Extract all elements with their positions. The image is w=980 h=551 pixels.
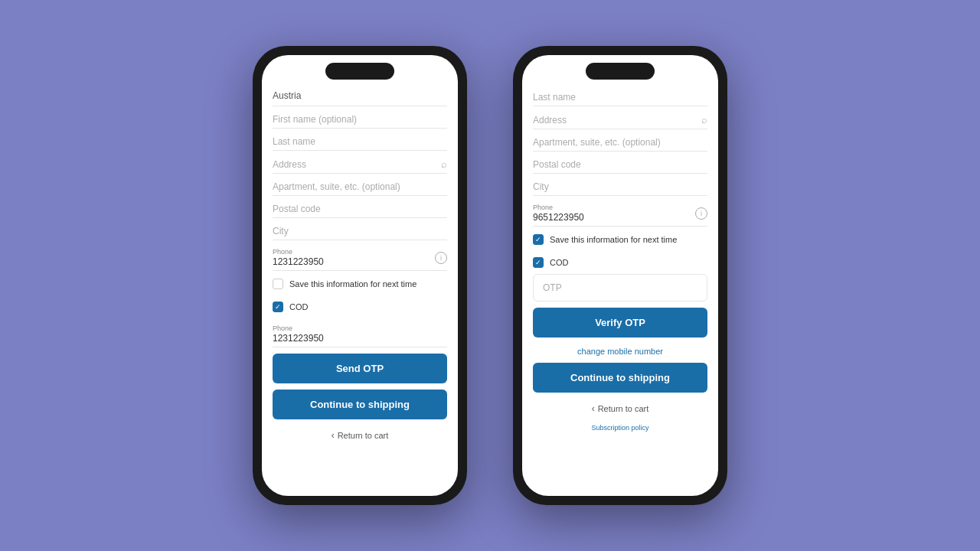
address-placeholder-2: Address <box>533 115 567 126</box>
save-info-label-2: Save this information for next time <box>550 235 677 244</box>
cod-label-2: COD <box>550 258 568 267</box>
country-label: Austria <box>273 86 447 106</box>
postal-code-field-2[interactable]: Postal code <box>533 153 707 174</box>
phone-2-screen: Last name Address ⌕ Apartment, suite, et… <box>522 55 718 496</box>
subscription-policy-link[interactable]: Subscription policy <box>533 421 707 435</box>
dynamic-island-1 <box>325 63 394 80</box>
cod-row[interactable]: COD <box>273 295 447 318</box>
last-name-field[interactable]: Last name <box>273 130 447 151</box>
apartment-field[interactable]: Apartment, suite, etc. (optional) <box>273 175 447 196</box>
save-info-row-2[interactable]: Save this information for next time <box>533 228 707 251</box>
first-name-placeholder: First name (optional) <box>273 114 447 125</box>
address-field-2[interactable]: Address ⌕ <box>533 108 707 129</box>
apartment-placeholder-2: Apartment, suite, etc. (optional) <box>533 137 707 148</box>
last-name-placeholder-2: Last name <box>533 92 707 103</box>
apartment-placeholder: Apartment, suite, etc. (optional) <box>273 181 447 192</box>
continue-shipping-button-1[interactable]: Continue to shipping <box>273 390 447 419</box>
city-placeholder-2: City <box>533 181 707 192</box>
chevron-left-icon-2: ‹ <box>592 403 595 414</box>
cod-label: COD <box>289 302 308 311</box>
cod-phone-label: Phone <box>273 324 447 332</box>
save-info-label: Save this information for next time <box>289 279 416 289</box>
return-to-cart-link-1[interactable]: ‹ Return to cart <box>273 425 447 445</box>
address-field[interactable]: Address ⌕ <box>273 152 447 174</box>
verify-otp-button[interactable]: Verify OTP <box>533 308 707 337</box>
last-name-field-2[interactable]: Last name <box>533 86 707 106</box>
phone-1-screen: Austria First name (optional) Last name … <box>262 55 458 496</box>
phone-label-2: Phone <box>533 204 584 211</box>
phone-2: Last name Address ⌕ Apartment, suite, et… <box>513 46 727 505</box>
otp-field[interactable]: OTP <box>533 274 707 302</box>
continue-shipping-button-2[interactable]: Continue to shipping <box>533 363 707 393</box>
postal-code-placeholder-2: Postal code <box>533 159 707 170</box>
cod-row-2[interactable]: COD <box>533 251 707 274</box>
city-placeholder: City <box>273 226 447 236</box>
save-info-checkbox-2[interactable] <box>533 234 544 245</box>
phone-2-content: Last name Address ⌕ Apartment, suite, et… <box>522 55 718 496</box>
address-placeholder: Address <box>273 159 306 170</box>
apartment-field-2[interactable]: Apartment, suite, etc. (optional) <box>533 131 707 152</box>
return-to-cart-link-2[interactable]: ‹ Return to cart <box>533 399 707 419</box>
postal-code-field[interactable]: Postal code <box>273 197 447 218</box>
phone-value-2: 9651223950 <box>533 212 584 223</box>
save-info-checkbox[interactable] <box>273 279 283 289</box>
last-name-placeholder: Last name <box>273 136 447 147</box>
chevron-left-icon-1: ‹ <box>332 430 335 441</box>
cod-phone-value: 1231223950 <box>273 333 447 344</box>
phone-field-2[interactable]: Phone 9651223950 i <box>533 197 707 227</box>
change-mobile-link[interactable]: change mobile number <box>533 342 707 360</box>
phone-field[interactable]: Phone 1231223950 i <box>273 242 447 271</box>
otp-placeholder: OTP <box>543 282 562 293</box>
cod-checkbox-2[interactable] <box>533 257 544 268</box>
phone-value: 1231223950 <box>273 256 324 267</box>
search-icon-2: ⌕ <box>701 114 707 126</box>
phone-1-content: Austria First name (optional) Last name … <box>262 55 458 496</box>
save-info-row[interactable]: Save this information for next time <box>273 272 447 295</box>
first-name-field[interactable]: First name (optional) <box>273 108 447 129</box>
info-icon-2: i <box>695 207 707 220</box>
dynamic-island-2 <box>586 63 655 80</box>
phone-label: Phone <box>273 248 324 256</box>
city-field[interactable]: City <box>273 220 447 240</box>
city-field-2[interactable]: City <box>533 175 707 196</box>
info-icon: i <box>435 252 447 264</box>
postal-code-placeholder: Postal code <box>273 204 447 214</box>
phone-1: Austria First name (optional) Last name … <box>253 46 467 505</box>
send-otp-button[interactable]: Send OTP <box>273 354 447 383</box>
cod-checkbox[interactable] <box>273 302 283 312</box>
cod-phone-field[interactable]: Phone 1231223950 <box>273 318 447 347</box>
search-icon: ⌕ <box>441 158 447 170</box>
